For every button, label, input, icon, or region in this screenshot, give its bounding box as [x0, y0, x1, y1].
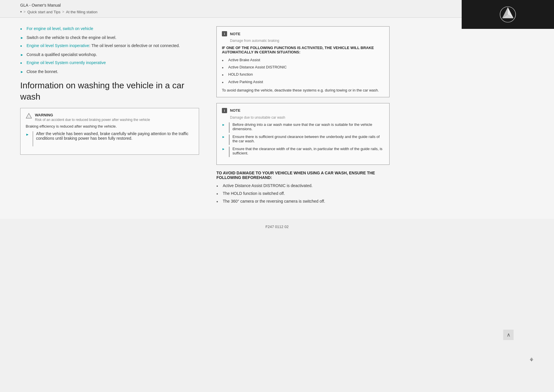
left-column: • For engine oil level, switch on vehicl…	[20, 26, 199, 210]
note1-subtitle: Damage from automatic braking	[230, 39, 384, 43]
note1-bullet-3: •	[222, 72, 225, 78]
note1-header: i NOTE	[222, 31, 384, 36]
note2-title: NOTE	[230, 108, 240, 113]
note1-item-text-4: Active Parking Assist	[228, 80, 263, 84]
note2-list: ► Before driving into a car wash make su…	[222, 122, 384, 157]
note1-item-text-1: Active Brake Assist	[228, 58, 260, 62]
note1-list: • Active Brake Assist • Active Distance …	[222, 58, 384, 85]
note2-text-3: Ensure that the clearance width of the c…	[233, 147, 384, 157]
note1-item-4: • Active Parking Assist	[222, 80, 384, 85]
page-footer: F247 0112 02	[0, 219, 554, 235]
note2-arrow-3: ►	[222, 147, 226, 151]
note2-item-1: ► Before driving into a car wash make su…	[222, 122, 384, 133]
oil-inoperative-text: Engine oil level System inoperative: The…	[27, 43, 180, 48]
bottom-text-2: The HOLD function is switched off.	[223, 191, 285, 196]
breadcrumb-current: At the filling station	[66, 10, 98, 14]
note2-text-1: Before driving into a car wash make sure…	[233, 122, 384, 133]
scroll-up-button[interactable]: ∧	[503, 330, 514, 340]
note-box-1: i NOTE Damage from automatic braking IF …	[216, 26, 390, 97]
warning-bar	[33, 131, 33, 146]
svg-text:!: !	[29, 115, 29, 118]
oil-level-link[interactable]: For engine oil level, switch on vehicle	[27, 26, 93, 31]
note1-icon: i	[222, 31, 227, 36]
bottom-item-3: • The 360° camera or the reversing camer…	[216, 199, 390, 204]
page-header: GLA - Owner's Manual • > Quick start and…	[0, 0, 554, 18]
note1-title: NOTE	[230, 32, 240, 36]
footer-code: F247 0112 02	[265, 225, 289, 229]
note2-subtitle: Damage due to unsuitable car wash	[230, 115, 384, 120]
note1-item-1: • Active Brake Assist	[222, 58, 384, 63]
note2-content-3: Ensure that the clearance width of the c…	[229, 147, 384, 157]
car-wash-heading: Information on washing the vehicle in a …	[20, 80, 199, 102]
content-area: • For engine oil level, switch on vehicl…	[0, 18, 554, 219]
bullet-icon-2: •	[20, 44, 24, 49]
breadcrumb-item1[interactable]: Quick start and Tips	[27, 10, 61, 14]
note2-arrow-1: ►	[222, 122, 226, 126]
oil-inoperative-link[interactable]: Engine oil level System inoperative	[27, 43, 89, 48]
mercedes-logo	[499, 6, 516, 23]
header-left: GLA - Owner's Manual • > Quick start and…	[20, 3, 98, 14]
list-item-arrow-2: ► Consult a qualified specialist worksho…	[20, 52, 199, 57]
arrow-icon-1: ►	[20, 36, 24, 40]
note1-footer: To avoid damaging the vehicle, deactivat…	[222, 88, 384, 92]
list-item-arrow-1: ► Switch on the vehicle to check the eng…	[20, 35, 199, 40]
logo-area	[462, 0, 554, 29]
note-box-2: i NOTE Damage due to unsuitable car wash…	[216, 103, 390, 165]
warning-title-area: WARNING Risk of an accident due to reduc…	[35, 113, 150, 122]
note2-content-1: Before driving into a car wash make sure…	[229, 122, 384, 133]
warning-arrow-content: After the vehicle has been washed, brake…	[33, 131, 194, 146]
butterfly-icon: ⚘	[529, 357, 534, 363]
note1-bullet-1: •	[222, 58, 225, 63]
list-item-2: • Engine oil level System inoperative: T…	[20, 43, 199, 49]
bottom-text-1: Active Distance Assist DISTRONIC is deac…	[223, 183, 312, 188]
scroll-up-area: ∧ ⚘	[529, 354, 534, 363]
oil-currently-inoperative-link[interactable]: Engine oil level System currently inoper…	[27, 60, 106, 65]
warning-subtitle: Risk of an accident due to reduced braki…	[35, 118, 150, 122]
list-item-1: • For engine oil level, switch on vehicl…	[20, 26, 199, 32]
note2-arrow-2: ►	[222, 135, 226, 139]
bottom-text-3: The 360° camera or the reversing camera …	[223, 199, 325, 204]
bullet-icon-1: •	[20, 27, 24, 32]
warning-title: WARNING	[35, 113, 150, 117]
oil-inoperative-rest: : The oil level sensor is defective or n…	[89, 43, 180, 48]
bottom-bullet-2: •	[216, 191, 220, 197]
note2-item-2: ► Ensure there is sufficient ground clea…	[222, 135, 384, 145]
bottom-bullet-1: •	[216, 183, 220, 189]
bottom-item-1: • Active Distance Assist DISTRONIC is de…	[216, 183, 390, 189]
note2-icon: i	[222, 108, 227, 113]
list-item-arrow-3: ► Close the bonnet.	[20, 69, 199, 74]
breadcrumb-sep2: >	[62, 10, 64, 14]
list-item-3: • Engine oil level System currently inop…	[20, 60, 199, 66]
warning-box: ! WARNING Risk of an accident due to red…	[20, 108, 199, 155]
intro-list: • For engine oil level, switch on vehicl…	[20, 26, 199, 74]
note1-bold-text: IF ONE OF THE FOLLOWING FUNCTIONS IS ACT…	[222, 46, 384, 54]
note2-text-2: Ensure there is sufficient ground cleara…	[233, 135, 384, 145]
note1-bullet-2: •	[222, 65, 225, 70]
warning-arrow-icon: ►	[26, 132, 30, 137]
note2-bar-2	[229, 135, 230, 145]
note2-content-2: Ensure there is sufficient ground cleara…	[229, 135, 384, 145]
breadcrumb: • > Quick start and Tips > At the fillin…	[20, 9, 98, 14]
arrow-text-1: Switch on the vehicle to check the engin…	[27, 35, 116, 40]
note1-bullet-4: •	[222, 80, 225, 85]
warning-list-item: ► After the vehicle has been washed, bra…	[26, 131, 194, 146]
arrow-text-2: Consult a qualified specialist workshop.	[27, 52, 97, 57]
warning-list: ► After the vehicle has been washed, bra…	[26, 131, 194, 146]
note1-item-text-2: Active Distance Assist DISTRONIC	[228, 65, 287, 69]
note2-item-3: ► Ensure that the clearance width of the…	[222, 147, 384, 157]
bottom-bullet-3: •	[216, 199, 220, 204]
note2-bar-1	[229, 122, 230, 133]
car-wash-ensure-title: TO AVOID DAMAGE TO YOUR VEHICLE WHEN USI…	[216, 171, 390, 180]
warning-arrow-text: After the vehicle has been washed, brake…	[36, 131, 194, 146]
arrow-icon-2: ►	[20, 53, 24, 57]
bullet-icon-3: •	[20, 61, 24, 66]
bottom-item-2: • The HOLD function is switched off.	[216, 191, 390, 197]
home-icon[interactable]: •	[20, 9, 22, 14]
note2-bar-3	[229, 147, 230, 157]
right-column: i NOTE Damage from automatic braking IF …	[216, 26, 390, 210]
manual-title: GLA - Owner's Manual	[20, 3, 98, 8]
note1-item-2: • Active Distance Assist DISTRONIC	[222, 65, 384, 70]
note2-header: i NOTE	[222, 108, 384, 113]
arrow-icon-3: ►	[20, 70, 24, 74]
warning-header: ! WARNING Risk of an accident due to red…	[26, 113, 194, 122]
